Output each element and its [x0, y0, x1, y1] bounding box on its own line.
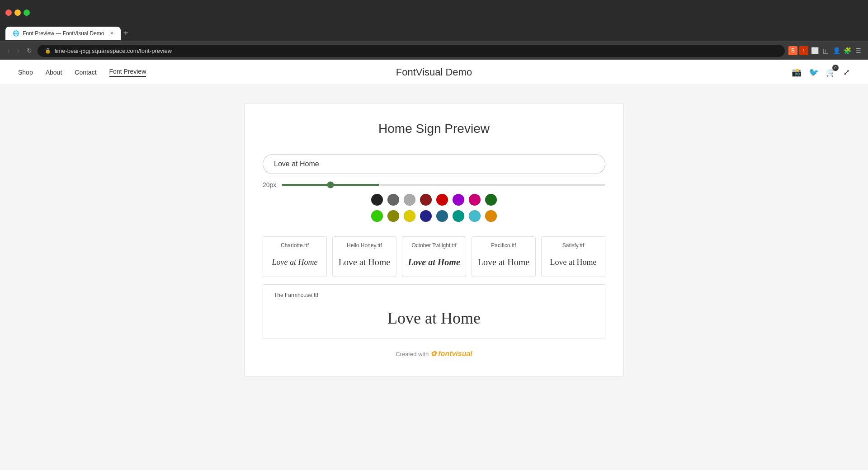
browser-title-bar: [0, 0, 868, 25]
preview-title: Home Sign Preview: [263, 122, 605, 136]
color-olive[interactable]: [387, 210, 399, 222]
font-preview-pacifico: Love at Home: [477, 253, 530, 271]
font-name-satisfy: Satisfy.ttf: [547, 242, 599, 249]
ext-user-icon[interactable]: 👤: [832, 46, 841, 55]
font-preview-october: Love at Home: [408, 253, 460, 271]
ext-warn-icon[interactable]: !: [799, 46, 808, 55]
nav-font-preview[interactable]: Font Preview: [109, 68, 146, 77]
refresh-button[interactable]: ↻: [25, 45, 34, 56]
font-card-charlotte[interactable]: Charlotte.ttf Love at Home: [263, 236, 327, 277]
window-minimize-button[interactable]: [14, 9, 21, 16]
nav-shop[interactable]: Shop: [18, 69, 33, 76]
fontvisual-logo: ✿ fontvisual: [430, 350, 472, 357]
window-maximize-button[interactable]: [24, 9, 30, 16]
font-preview-charlotte: Love at Home: [269, 253, 321, 271]
color-sky-blue[interactable]: [469, 210, 481, 222]
sign-text-input[interactable]: [263, 154, 605, 174]
browser-tab-active[interactable]: 🌐 Font Preview — FontVisual Demo ✕: [5, 27, 121, 40]
tab-bar: 🌐 Font Preview — FontVisual Demo ✕ +: [0, 25, 868, 42]
tab-favicon: 🌐: [13, 30, 19, 37]
color-navy[interactable]: [420, 210, 432, 222]
forward-button[interactable]: ›: [15, 45, 21, 56]
ext-menu-icon[interactable]: ☰: [854, 46, 863, 55]
color-black[interactable]: [371, 194, 383, 206]
preview-footer: Created with ✿ fontvisual: [263, 349, 605, 358]
color-hot-pink[interactable]: [469, 194, 481, 206]
font-card-october[interactable]: October Twilight.ttf Love at Home: [402, 236, 466, 277]
color-dark-gray[interactable]: [387, 194, 399, 206]
extension-icons: B ! ⬜ ◫ 👤 🧩 ☰: [788, 46, 863, 55]
font-name-october: October Twilight.ttf: [408, 242, 460, 249]
ext-brave-icon[interactable]: B: [788, 46, 797, 55]
color-teal[interactable]: [436, 210, 448, 222]
tab-close-button[interactable]: ✕: [110, 31, 113, 36]
color-dark-green[interactable]: [485, 194, 497, 206]
color-yellow[interactable]: [404, 210, 415, 222]
instagram-icon[interactable]: 📸: [792, 67, 802, 77]
font-card-pacifico[interactable]: Pacifico.ttf Love at Home: [472, 236, 536, 277]
browser-nav-row: ‹ › ↻ 🔒 lime-bear-j5gj.squarespace.com/f…: [0, 42, 868, 60]
twitter-icon[interactable]: 🐦: [809, 67, 819, 77]
ext-puzzle-icon[interactable]: 🧩: [843, 46, 852, 55]
font-cards-row: Charlotte.ttf Love at Home Hello Honey.t…: [263, 236, 605, 277]
page-main: Home Sign Preview 20px: [0, 85, 868, 470]
font-card-hello-honey[interactable]: Hello Honey.ttf Love at Home: [332, 236, 396, 277]
size-label: 20px: [263, 181, 276, 188]
lock-icon: 🔒: [45, 48, 51, 54]
window-controls: [5, 9, 30, 16]
expand-icon[interactable]: ⤢: [843, 67, 850, 77]
site-navigation: Shop About Contact Font Preview FontVisu…: [0, 60, 868, 85]
address-bar[interactable]: 🔒 lime-bear-j5gj.squarespace.com/font-pr…: [38, 45, 785, 57]
created-with-label: Created with: [396, 351, 429, 357]
size-control-row: 20px: [263, 181, 605, 188]
tab-title: Font Preview — FontVisual Demo: [23, 30, 104, 37]
preview-widget: Home Sign Preview 20px: [244, 103, 624, 376]
window-close-button[interactable]: [5, 9, 12, 16]
url-text: lime-bear-j5gj.squarespace.com/font-prev…: [55, 47, 172, 54]
font-preview-satisfy: Love at Home: [547, 253, 599, 271]
nav-links-left: Shop About Contact Font Preview: [18, 68, 146, 77]
nav-about[interactable]: About: [46, 69, 62, 76]
nav-right-icons: 📸 🐦 🛒 0 ⤢: [792, 67, 850, 77]
text-input-row: [263, 154, 605, 174]
back-button[interactable]: ‹: [5, 45, 11, 56]
color-cyan-teal[interactable]: [453, 210, 464, 222]
color-row-2: [263, 210, 605, 222]
font-preview-hello-honey: Love at Home: [338, 253, 391, 271]
ext-screen-icon[interactable]: ⬜: [810, 46, 819, 55]
website-content: Shop About Contact Font Preview FontVisu…: [0, 60, 868, 470]
font-card-satisfy[interactable]: Satisfy.ttf Love at Home: [541, 236, 605, 277]
color-grid: [263, 194, 605, 222]
font-preview-farmhouse: Love at Home: [274, 306, 594, 331]
size-slider[interactable]: [282, 184, 605, 186]
color-purple[interactable]: [453, 194, 464, 206]
ext-bookmark-icon[interactable]: ◫: [821, 46, 830, 55]
font-name-farmhouse: The Farmhouse.ttf: [274, 292, 594, 298]
color-orange[interactable]: [485, 210, 497, 222]
color-light-gray[interactable]: [404, 194, 415, 206]
cart-badge: 0: [832, 65, 839, 71]
nav-contact[interactable]: Contact: [75, 69, 96, 76]
color-lime[interactable]: [371, 210, 383, 222]
font-name-pacifico: Pacifico.ttf: [477, 242, 530, 249]
color-row-1: [263, 194, 605, 206]
new-tab-button[interactable]: +: [123, 28, 129, 38]
font-name-hello-honey: Hello Honey.ttf: [338, 242, 391, 249]
cart-icon[interactable]: 🛒 0: [826, 67, 836, 77]
color-dark-red[interactable]: [420, 194, 432, 206]
color-red[interactable]: [436, 194, 448, 206]
font-card-farmhouse[interactable]: The Farmhouse.ttf Love at Home: [263, 284, 605, 338]
font-name-charlotte: Charlotte.ttf: [269, 242, 321, 249]
site-logo-title: FontVisual Demo: [396, 66, 472, 78]
